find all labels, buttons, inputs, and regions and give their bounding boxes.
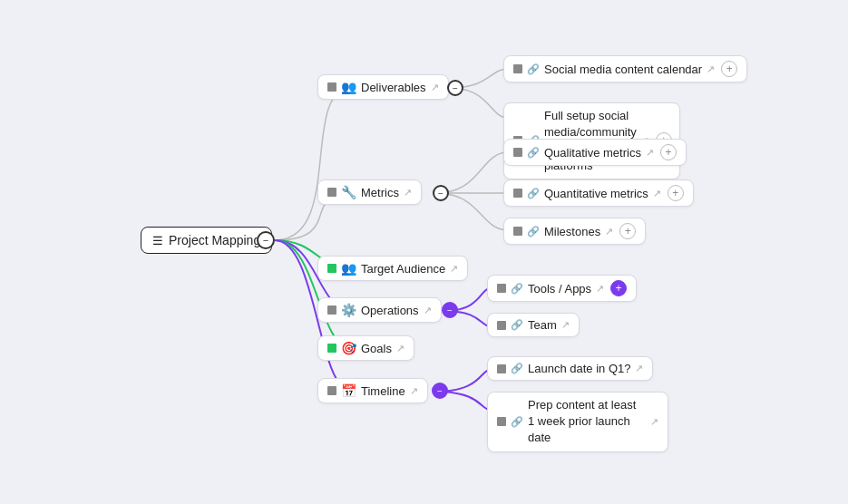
deliverables-node[interactable]: 👥 Deliverables ↗ — [317, 74, 449, 100]
tools-add-btn[interactable]: + — [610, 280, 627, 296]
milestones-node[interactable]: 🔗 Milestones ↗ + — [503, 218, 646, 245]
metrics-icon: 🔧 — [341, 185, 356, 199]
social-link-icon: 🔗 — [527, 63, 540, 75]
prep-color — [497, 417, 506, 426]
tools-color — [497, 284, 506, 293]
prep-link-icon: 🔗 — [511, 415, 523, 429]
prep-expand-link[interactable]: ↗ — [650, 415, 658, 429]
operations-node[interactable]: ⚙️ Operations ↗ — [317, 297, 442, 323]
timeline-link[interactable]: ↗ — [410, 385, 418, 397]
milestones-add-btn[interactable]: + — [619, 223, 636, 239]
deliverables-link[interactable]: ↗ — [431, 82, 439, 93]
deliverables-color — [327, 82, 336, 92]
launch-color — [497, 364, 506, 373]
quantitative-expand-link[interactable]: ↗ — [653, 188, 661, 199]
milestones-expand-link[interactable]: ↗ — [605, 226, 613, 237]
root-expand[interactable]: − — [257, 231, 275, 249]
timeline-node[interactable]: 📅 Timeline ↗ — [317, 378, 428, 403]
root-label: Project Mapping — [169, 233, 260, 247]
qualitative-add-btn[interactable]: + — [660, 144, 677, 160]
deliverables-icon: 👥 — [341, 80, 356, 94]
goals-link[interactable]: ↗ — [396, 343, 405, 354]
quantitative-color — [513, 189, 522, 198]
operations-expand[interactable]: − — [442, 302, 458, 318]
timeline-color — [327, 386, 336, 395]
goals-node[interactable]: 🎯 Goals ↗ — [317, 335, 414, 361]
list-icon: ☰ — [152, 234, 163, 247]
milestones-link-icon: 🔗 — [527, 226, 540, 237]
launch-link-icon: 🔗 — [511, 363, 523, 374]
launch-expand-link[interactable]: ↗ — [635, 363, 643, 374]
operations-icon: ⚙️ — [341, 303, 356, 317]
qualitative-link-icon: 🔗 — [527, 147, 540, 159]
team-expand-link[interactable]: ↗ — [561, 319, 570, 331]
operations-color — [327, 305, 336, 315]
milestones-color — [513, 227, 522, 236]
tools-expand-link[interactable]: ↗ — [596, 283, 604, 295]
metrics-link[interactable]: ↗ — [404, 187, 412, 199]
operations-link[interactable]: ↗ — [424, 305, 432, 316]
metrics-node[interactable]: 🔧 Metrics ↗ — [317, 179, 422, 205]
target-color — [327, 264, 336, 273]
target-audience-node[interactable]: 👥 Target Audience ↗ — [317, 256, 468, 281]
metrics-color — [327, 188, 336, 197]
team-link-icon: 🔗 — [511, 319, 523, 331]
deliverables-expand[interactable]: − — [447, 80, 463, 96]
team-color — [497, 321, 506, 330]
qualitative-expand-link[interactable]: ↗ — [646, 147, 654, 159]
quantitative-add-btn[interactable]: + — [668, 185, 684, 201]
quantitative-node[interactable]: 🔗 Quantitative metrics ↗ + — [503, 179, 694, 207]
social-color — [513, 64, 522, 73]
social-expand-link[interactable]: ↗ — [707, 63, 715, 75]
launch-date-node[interactable]: 🔗 Launch date in Q1? ↗ — [487, 356, 653, 381]
social-add-btn[interactable]: + — [721, 61, 737, 77]
tools-apps-node[interactable]: 🔗 Tools / Apps ↗ + — [487, 275, 637, 302]
metrics-expand[interactable]: − — [433, 185, 449, 201]
goals-icon: 🎯 — [341, 341, 356, 355]
root-node[interactable]: ☰ Project Mapping — [141, 227, 272, 254]
timeline-expand[interactable]: − — [432, 383, 448, 399]
social-media-node[interactable]: 🔗 Social media content calendar ↗ + — [503, 55, 747, 82]
target-link[interactable]: ↗ — [450, 263, 458, 275]
timeline-icon: 📅 — [341, 383, 356, 398]
team-node[interactable]: 🔗 Team ↗ — [487, 313, 580, 337]
mindmap-canvas: ☰ Project Mapping − 👥 Deliverables ↗ − 🔧… — [0, 0, 848, 504]
quantitative-link-icon: 🔗 — [527, 188, 540, 199]
prep-content-node[interactable]: 🔗 Prep content at least 1 week prior lau… — [487, 392, 668, 452]
target-icon: 👥 — [341, 261, 356, 276]
tools-link-icon: 🔗 — [511, 283, 523, 295]
qualitative-color — [513, 148, 522, 157]
goals-color — [327, 344, 336, 353]
qualitative-node[interactable]: 🔗 Qualitative metrics ↗ + — [503, 139, 687, 166]
